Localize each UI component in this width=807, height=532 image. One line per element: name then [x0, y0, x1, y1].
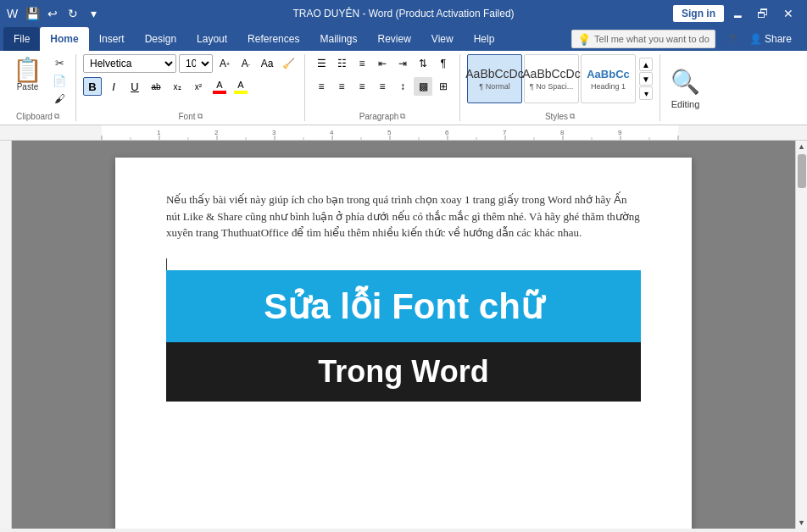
- increase-indent-button[interactable]: ⇥: [393, 54, 412, 73]
- superscript-button[interactable]: x²: [189, 77, 208, 96]
- styles-expand[interactable]: ▾: [639, 86, 653, 100]
- paste-label: Paste: [17, 82, 39, 91]
- share-icon: 👤: [749, 33, 762, 45]
- tab-design[interactable]: Design: [135, 27, 186, 51]
- clipboard-group-content: 📋 Paste ✂ 📄 🖌: [7, 54, 69, 110]
- tell-me-bar[interactable]: 💡 Tell me what you want to do: [571, 30, 715, 48]
- image-top-block: Sửa lỗi Font chữ: [166, 270, 641, 342]
- ruler-canvas: [0, 125, 807, 141]
- tab-home[interactable]: Home: [40, 27, 88, 51]
- para-list-row: ☰ ☷ ≡ ⇤ ⇥ ⇅ ¶: [312, 54, 453, 73]
- tab-layout[interactable]: Layout: [186, 27, 237, 51]
- numbering-button[interactable]: ☷: [332, 54, 351, 73]
- italic-button[interactable]: I: [104, 77, 123, 96]
- tab-file[interactable]: File: [3, 27, 40, 51]
- style-nospace-preview: AaBbCcDc: [522, 67, 580, 80]
- help-icon[interactable]: ?: [729, 32, 736, 46]
- vertical-scrollbar[interactable]: ▲ ▼: [795, 141, 807, 529]
- copy-button[interactable]: 📄: [50, 72, 69, 89]
- undo-quick-btn[interactable]: ↩: [43, 4, 62, 23]
- title-bar-right: Sign in 🗕 🗗 ✕: [673, 2, 800, 25]
- cut-button[interactable]: ✂: [50, 54, 69, 71]
- shading-button[interactable]: ▩: [414, 77, 432, 96]
- borders-button[interactable]: ⊞: [434, 77, 453, 96]
- tab-mailings[interactable]: Mailings: [309, 27, 367, 51]
- tab-insert[interactable]: Insert: [89, 27, 135, 51]
- style-normal[interactable]: AaBbCcDc ¶ Normal: [467, 54, 522, 103]
- underline-button[interactable]: U: [125, 77, 144, 96]
- multilevel-list-button[interactable]: ≡: [353, 54, 371, 73]
- scroll-down-arrow[interactable]: ▼: [796, 517, 808, 529]
- save-quick-btn[interactable]: 💾: [23, 4, 42, 23]
- style-normal-preview: AaBbCcDc: [465, 67, 523, 80]
- font-size-select[interactable]: 10.5: [179, 54, 213, 73]
- styles-gallery-content: AaBbCcDc ¶ Normal AaBbCcDc ¶ No Spaci...…: [467, 54, 653, 110]
- font-dialog-icon[interactable]: ⧉: [198, 112, 203, 121]
- highlight-icon: A: [237, 80, 243, 90]
- share-button[interactable]: 👤 Share: [741, 30, 800, 47]
- quick-access-dropdown[interactable]: ▾: [84, 4, 103, 23]
- scroll-thumb[interactable]: [798, 154, 806, 188]
- tell-me-text: Tell me what you want to do: [594, 34, 710, 44]
- minimize-button[interactable]: 🗕: [726, 2, 749, 25]
- font-color-button[interactable]: A: [210, 77, 229, 96]
- highlight-button[interactable]: A: [231, 77, 250, 96]
- strikethrough-button[interactable]: ab: [147, 77, 165, 96]
- subscript-button[interactable]: x₂: [168, 77, 186, 96]
- page-container[interactable]: Nếu thấy bài viết này giúp ích cho bạn t…: [12, 141, 795, 529]
- clipboard-group: 📋 Paste ✂ 📄 🖌 Clipboard ⧉: [0, 54, 76, 121]
- bold-button[interactable]: B: [83, 77, 102, 96]
- close-button[interactable]: ✕: [776, 2, 800, 25]
- show-formatting-button[interactable]: ¶: [434, 54, 453, 73]
- paragraph-group-label: Paragraph ⧉: [312, 110, 453, 121]
- tab-references[interactable]: References: [237, 27, 309, 51]
- image-bottom-block: Trong Word: [166, 342, 641, 402]
- tab-help[interactable]: Help: [464, 27, 505, 51]
- justify-button[interactable]: ≡: [373, 77, 392, 96]
- align-center-button[interactable]: ≡: [332, 77, 351, 96]
- paragraph-group: ☰ ☷ ≡ ⇤ ⇥ ⇅ ¶ ≡ ≡ ≡ ≡ ↕ ▩ ⊞ Paragraph ⧉: [305, 54, 460, 121]
- line-spacing-button[interactable]: ↕: [393, 77, 412, 96]
- decrease-font-btn[interactable]: A-: [237, 54, 255, 73]
- style-heading1[interactable]: AaBbCc Heading 1: [581, 54, 636, 103]
- clipboard-dialog-icon[interactable]: ⧉: [54, 112, 59, 121]
- title-bar-title: TRAO DUYÊN - Word (Product Activation Fa…: [292, 8, 514, 19]
- align-right-button[interactable]: ≡: [353, 77, 371, 96]
- styles-scroll-down[interactable]: ▼: [639, 72, 653, 86]
- styles-dialog-icon[interactable]: ⧉: [570, 112, 575, 121]
- clear-formatting-btn[interactable]: 🧹: [279, 54, 298, 73]
- vertical-ruler: [0, 141, 12, 529]
- style-normal-label: ¶ Normal: [479, 82, 509, 91]
- redo-quick-btn[interactable]: ↻: [64, 4, 82, 23]
- font-group: Helvetica 10.5 A+ A- Aa 🧹 B I U ab x₂ x²…: [76, 54, 305, 121]
- image-top-text: Sửa lỗi Font chữ: [264, 285, 543, 327]
- align-left-button[interactable]: ≡: [312, 77, 331, 96]
- paste-icon: 📋: [13, 58, 42, 82]
- font-name-select[interactable]: Helvetica: [83, 54, 176, 73]
- sort-button[interactable]: ⇅: [414, 54, 432, 73]
- tab-review[interactable]: Review: [367, 27, 420, 51]
- increase-font-btn[interactable]: A+: [215, 54, 234, 73]
- format-painter-button[interactable]: 🖌: [50, 90, 69, 107]
- signin-button[interactable]: Sign in: [673, 5, 724, 22]
- font-group-label: Font ⧉: [83, 110, 298, 121]
- text-cursor: [166, 258, 167, 270]
- document-page: Nếu thấy bài viết này giúp ích cho bạn t…: [115, 158, 692, 529]
- styles-scroll-up[interactable]: ▲: [639, 58, 653, 71]
- styles-gallery: AaBbCcDc ¶ Normal AaBbCcDc ¶ No Spaci...…: [467, 54, 653, 103]
- scroll-up-arrow[interactable]: ▲: [796, 141, 808, 152]
- paste-button[interactable]: 📋 Paste: [7, 54, 48, 96]
- font-color-icon: A: [216, 80, 222, 90]
- tab-view[interactable]: View: [421, 27, 464, 51]
- editing-label: Editing: [671, 99, 700, 109]
- ribbon-tabs: File Home Insert Design Layout Reference…: [0, 27, 807, 51]
- decrease-indent-button[interactable]: ⇤: [373, 54, 392, 73]
- paragraph-dialog-icon[interactable]: ⧉: [400, 112, 405, 121]
- change-case-btn[interactable]: Aa: [258, 54, 276, 73]
- restore-button[interactable]: 🗗: [751, 2, 775, 25]
- style-no-spacing[interactable]: AaBbCcDc ¶ No Spaci...: [524, 54, 579, 103]
- bullets-button[interactable]: ☰: [312, 54, 331, 73]
- title-bar: W 💾 ↩ ↻ ▾ TRAO DUYÊN - Word (Product Act…: [0, 0, 807, 27]
- quick-access-toolbar: 💾 ↩ ↻ ▾: [23, 4, 103, 23]
- document-area: Nếu thấy bài viết này giúp ích cho bạn t…: [0, 141, 807, 529]
